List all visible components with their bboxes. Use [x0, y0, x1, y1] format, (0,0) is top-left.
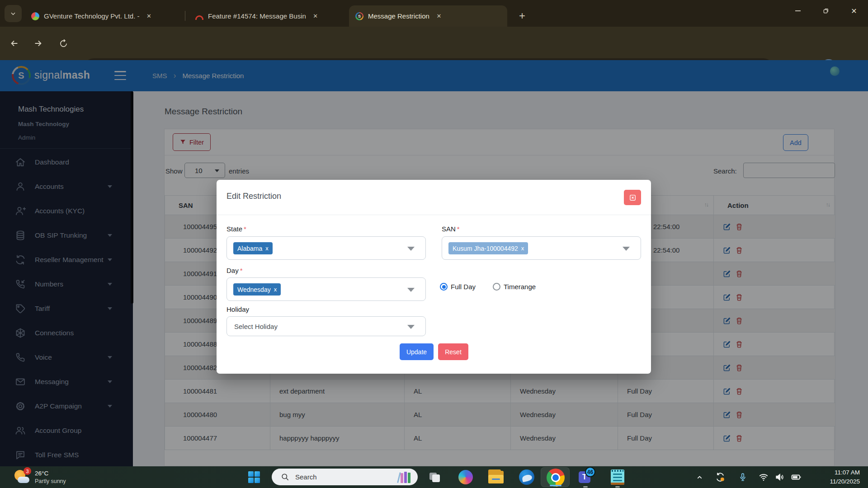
- day-chip[interactable]: Wednesdayx: [233, 283, 281, 296]
- teams-badge: 46: [585, 467, 595, 477]
- search-daily-art: [398, 471, 410, 483]
- weather-widget[interactable]: 3 26°C Partly sunny: [14, 467, 108, 487]
- clock-date: 11/20/2025: [830, 478, 860, 485]
- reload-icon[interactable]: [54, 34, 72, 52]
- screen: GVenture Technology Pvt. Ltd. - ✕ Featur…: [0, 0, 868, 488]
- modal-title: Edit Restriction: [226, 192, 281, 201]
- tab-close-icon[interactable]: ✕: [434, 11, 444, 21]
- tab-redmine[interactable]: Feature #14574: Message Busin ✕: [189, 5, 345, 27]
- sync-tray-icon[interactable]: [712, 469, 728, 485]
- tab-gventure[interactable]: GVenture Technology Pvt. Ltd. - ✕: [25, 5, 181, 27]
- tab-divider: [185, 11, 185, 21]
- tab-close-icon[interactable]: ✕: [144, 11, 154, 21]
- chrome-active-slot[interactable]: [541, 467, 570, 487]
- redmine-favicon: [195, 15, 203, 20]
- volume-icon[interactable]: [772, 469, 788, 485]
- weather-icon: 3: [14, 469, 31, 485]
- weather-temp: 26°C: [35, 470, 48, 477]
- reset-button[interactable]: Reset: [438, 343, 468, 360]
- tray-chevron-up-icon[interactable]: [692, 469, 707, 485]
- copilot-icon[interactable]: [457, 469, 474, 486]
- radio-icon: [493, 283, 500, 291]
- microphone-icon[interactable]: [735, 469, 750, 485]
- active-app-indicator: [550, 485, 561, 486]
- modal-divider: [217, 215, 651, 215]
- start-button[interactable]: [246, 469, 262, 485]
- holiday-select[interactable]: Select Holiday: [226, 316, 426, 336]
- taskbar: 3 26°C Partly sunny Search T46: [0, 466, 868, 488]
- chevron-down-icon: [623, 247, 630, 251]
- task-view-icon[interactable]: [426, 469, 443, 486]
- tab-title: GVenture Technology Pvt. Ltd. -: [44, 12, 140, 20]
- file-explorer-icon[interactable]: [487, 469, 505, 486]
- taskbar-clock[interactable]: 11:07 AM 11/20/2025: [830, 468, 860, 486]
- radio-timerange[interactable]: Timerange: [493, 283, 536, 291]
- gventure-favicon: [31, 12, 39, 20]
- chevron-down-icon: [407, 288, 415, 292]
- radio-icon: [440, 283, 448, 291]
- state-label: State*: [226, 225, 246, 233]
- radio-full-day[interactable]: Full Day: [440, 283, 476, 291]
- running-app-indicator: [583, 486, 588, 488]
- notepad-icon[interactable]: [609, 469, 626, 486]
- thunderbird-icon[interactable]: [518, 469, 535, 486]
- browser-tabstrip: GVenture Technology Pvt. Ltd. - ✕ Featur…: [0, 0, 868, 27]
- chevron-down-icon: [407, 325, 415, 329]
- clock-time: 11:07 AM: [835, 469, 860, 476]
- holiday-label: Holiday: [226, 305, 249, 313]
- chrome-icon: [547, 469, 565, 487]
- search-icon: [281, 473, 289, 481]
- tab-title: Message Restriction: [368, 12, 429, 20]
- chip-remove-icon[interactable]: x: [521, 245, 524, 252]
- holiday-placeholder: Select Holiday: [234, 323, 278, 330]
- day-label: Day*: [226, 267, 243, 274]
- modal-close-button[interactable]: [624, 190, 641, 205]
- windows-logo-icon: [248, 471, 260, 483]
- tab-search-button[interactable]: [5, 5, 22, 22]
- state-select[interactable]: Alabamax: [226, 236, 426, 260]
- minimize-button[interactable]: [784, 0, 812, 22]
- chevron-down-icon: [10, 10, 16, 17]
- page-viewport: S signalmash SMS › Message Restriction M…: [0, 60, 868, 466]
- edit-restriction-modal: Edit Restriction State* Alabamax SAN* Ku…: [217, 180, 651, 374]
- restore-button[interactable]: [812, 0, 840, 22]
- san-label: SAN*: [442, 225, 460, 233]
- search-placeholder: Search: [295, 473, 398, 481]
- chevron-down-icon: [407, 247, 415, 251]
- teams-icon[interactable]: T46: [578, 469, 595, 486]
- running-app-indicator: [615, 486, 620, 488]
- new-tab-button[interactable]: +: [514, 8, 530, 23]
- san-select[interactable]: Kusum Jha-100004492x: [442, 236, 641, 260]
- taskbar-search[interactable]: Search: [272, 469, 418, 485]
- forward-icon[interactable]: [29, 34, 47, 52]
- tab-title: Feature #14574: Message Busin: [208, 12, 306, 20]
- window-controls: ✕: [784, 0, 868, 22]
- tab-message-restriction[interactable]: S Message Restriction ✕: [349, 5, 507, 27]
- chip-remove-icon[interactable]: x: [265, 245, 269, 252]
- update-button[interactable]: Update: [400, 343, 434, 360]
- state-chip[interactable]: Alabamax: [233, 242, 273, 254]
- wifi-icon[interactable]: [756, 469, 771, 485]
- tab-close-icon[interactable]: ✕: [311, 11, 321, 21]
- san-chip[interactable]: Kusum Jha-100004492x: [448, 242, 528, 254]
- weather-condition: Partly sunny: [35, 478, 66, 484]
- day-select[interactable]: Wednesdayx: [226, 277, 426, 301]
- browser-toolbar: signalmash.gventure.info/deepak/#/sms/me…: [0, 27, 868, 60]
- battery-icon[interactable]: [788, 469, 804, 485]
- signalmash-favicon: S: [355, 12, 363, 20]
- close-box-icon: [629, 194, 637, 202]
- close-button[interactable]: ✕: [840, 0, 868, 22]
- back-icon[interactable]: [5, 34, 24, 52]
- chip-remove-icon[interactable]: x: [274, 286, 277, 293]
- notification-badge: 3: [24, 467, 31, 475]
